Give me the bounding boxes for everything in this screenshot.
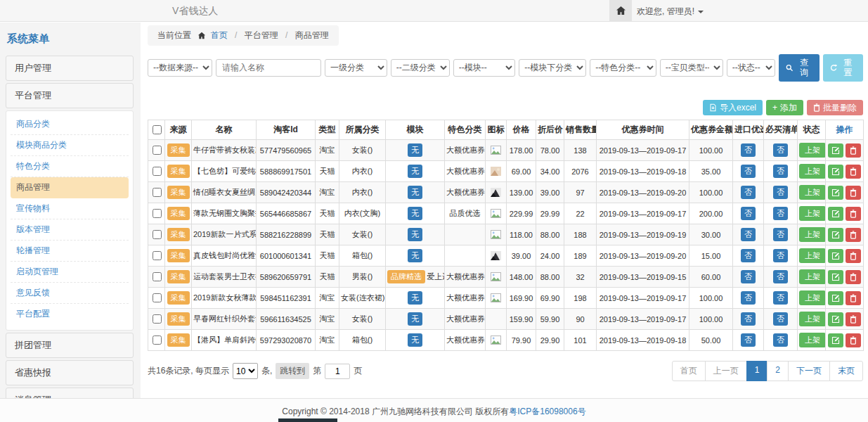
import-select-toggle[interactable]: 否	[741, 312, 756, 326]
must-buy-toggle[interactable]: 否	[773, 143, 788, 157]
import-select-toggle[interactable]: 否	[741, 165, 756, 178]
row-checkbox[interactable]	[153, 335, 162, 345]
filter-select-level2[interactable]: --二级分类--	[391, 59, 450, 77]
filter-select-item-type[interactable]: --宝贝类型--	[660, 59, 723, 77]
delete-button[interactable]	[846, 249, 861, 263]
delete-button[interactable]	[846, 186, 861, 200]
must-buy-toggle[interactable]: 否	[773, 165, 788, 178]
must-buy-toggle[interactable]: 否	[773, 270, 788, 283]
delete-button[interactable]	[846, 270, 861, 284]
sidebar-item[interactable]: 版本管理	[11, 219, 129, 241]
sidebar-item[interactable]: 平台配置	[11, 304, 129, 324]
sidebar-item[interactable]: 商品管理	[11, 177, 129, 198]
batch-delete-button[interactable]: 批量删除	[807, 100, 863, 115]
import-select-toggle[interactable]: 否	[741, 228, 756, 241]
row-checkbox[interactable]	[153, 188, 162, 197]
status-button[interactable]: 上架	[799, 269, 826, 284]
sidebar-group-platform-mgmt[interactable]: 平台管理	[6, 83, 134, 108]
sidebar-item[interactable]: 宣传物料	[11, 198, 129, 219]
page-button[interactable]: 末页	[829, 361, 863, 381]
jump-to-button[interactable]: 跳转到	[276, 363, 309, 379]
select-all-checkbox[interactable]	[153, 125, 162, 134]
sidebar-item[interactable]: 启动页管理	[11, 262, 129, 283]
import-select-toggle[interactable]: 否	[741, 333, 756, 347]
page-button[interactable]: 下一页	[788, 361, 830, 381]
sidebar-item[interactable]: 意见反馈	[11, 283, 129, 304]
status-button[interactable]: 上架	[799, 143, 826, 158]
edit-button[interactable]	[828, 333, 843, 347]
delete-button[interactable]	[846, 143, 861, 158]
sidebar-group-user-mgmt[interactable]: 用户管理	[6, 56, 134, 81]
sidebar-group[interactable]: 拼团管理	[6, 333, 134, 358]
status-button[interactable]: 上架	[799, 290, 826, 305]
row-checkbox[interactable]	[153, 167, 162, 176]
filter-select-status[interactable]: --状态--	[727, 59, 775, 77]
sidebar-group[interactable]: 省惠快报	[6, 360, 134, 385]
page-button[interactable]: 首页	[672, 361, 706, 381]
search-button[interactable]: 查询	[779, 54, 819, 82]
edit-button[interactable]	[828, 228, 843, 242]
row-checkbox[interactable]	[153, 314, 162, 324]
icp-link[interactable]: 粤ICP备16098006号	[509, 407, 585, 416]
status-button[interactable]: 上架	[799, 206, 826, 221]
sidebar-group[interactable]: 消息管理	[6, 388, 134, 398]
name-search-input[interactable]	[216, 59, 321, 77]
delete-button[interactable]	[846, 228, 861, 242]
filter-select-module-sub[interactable]: --模块下分类--	[519, 59, 586, 77]
import-select-toggle[interactable]: 否	[741, 291, 756, 305]
filter-select-feature[interactable]: --特色分类--	[590, 59, 656, 77]
sidebar-item[interactable]: 特色分类	[11, 156, 129, 177]
status-button[interactable]: 上架	[799, 185, 826, 200]
reset-button[interactable]: 重置	[823, 54, 863, 82]
row-checkbox[interactable]	[153, 272, 162, 281]
row-checkbox[interactable]	[153, 146, 162, 155]
row-checkbox[interactable]	[153, 209, 162, 218]
status-button[interactable]: 上架	[799, 333, 826, 347]
home-icon-button[interactable]	[609, 0, 632, 21]
row-checkbox[interactable]	[153, 293, 162, 302]
delete-button[interactable]	[846, 207, 861, 221]
delete-button[interactable]	[846, 333, 861, 347]
delete-button[interactable]	[846, 165, 861, 179]
must-buy-toggle[interactable]: 否	[773, 291, 788, 305]
page-jump-input[interactable]	[325, 364, 350, 379]
edit-button[interactable]	[828, 312, 843, 326]
must-buy-toggle[interactable]: 否	[773, 186, 788, 199]
import-select-toggle[interactable]: 否	[741, 270, 756, 283]
status-button[interactable]: 上架	[799, 227, 826, 242]
import-select-toggle[interactable]: 否	[741, 207, 756, 220]
edit-button[interactable]	[828, 249, 843, 263]
edit-button[interactable]	[828, 291, 843, 305]
page-button[interactable]: 上一页	[705, 361, 747, 381]
edit-button[interactable]	[828, 143, 843, 158]
import-select-toggle[interactable]: 否	[741, 249, 756, 262]
row-checkbox[interactable]	[153, 230, 162, 239]
filter-select-source[interactable]: --数据来源--	[148, 59, 212, 77]
must-buy-toggle[interactable]: 否	[773, 249, 788, 262]
breadcrumb-home-link[interactable]: 首页	[211, 30, 228, 40]
per-page-select[interactable]: 10	[233, 363, 258, 379]
row-checkbox[interactable]	[153, 251, 162, 260]
must-buy-toggle[interactable]: 否	[773, 312, 788, 326]
delete-button[interactable]	[846, 291, 861, 305]
filter-select-module[interactable]: --模块--	[453, 59, 516, 77]
edit-button[interactable]	[828, 165, 843, 179]
edit-button[interactable]	[828, 270, 843, 284]
import-select-toggle[interactable]: 否	[741, 143, 756, 157]
status-button[interactable]: 上架	[799, 312, 826, 326]
add-button[interactable]: + 添加	[766, 100, 803, 115]
sidebar-item[interactable]: 轮播管理	[11, 241, 129, 262]
delete-button[interactable]	[846, 312, 861, 326]
must-buy-toggle[interactable]: 否	[773, 333, 788, 347]
sidebar-item[interactable]: 模块商品分类	[11, 135, 129, 156]
must-buy-toggle[interactable]: 否	[773, 207, 788, 220]
edit-button[interactable]	[828, 207, 843, 221]
status-button[interactable]: 上架	[799, 248, 826, 263]
filter-select-level1[interactable]: 一级分类	[325, 59, 387, 77]
page-button[interactable]: 1	[746, 361, 768, 381]
import-select-toggle[interactable]: 否	[741, 186, 756, 199]
must-buy-toggle[interactable]: 否	[773, 228, 788, 241]
page-button[interactable]: 2	[767, 361, 789, 381]
sidebar-item[interactable]: 商品分类	[11, 114, 129, 135]
user-menu[interactable]: 欢迎您, 管理员!	[637, 6, 704, 18]
